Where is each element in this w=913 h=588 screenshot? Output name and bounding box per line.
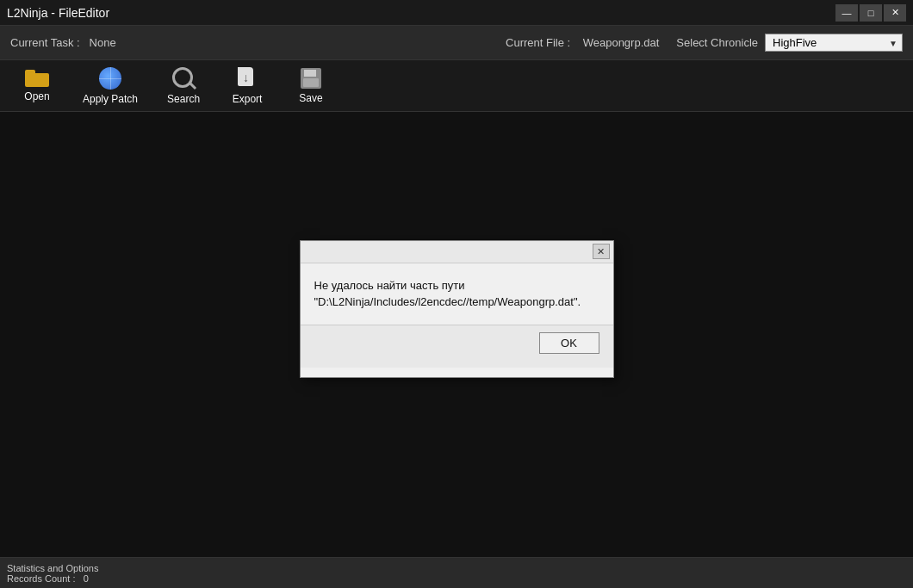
toolbar: Open Apply Patch Search Export Save [0,60,913,112]
open-button[interactable]: Open [7,65,67,108]
chronicle-wrapper: HighFive Interlude GodFire Classic [765,34,903,52]
chronicle-section: Select Chronicle HighFive Interlude GodF… [676,34,903,52]
dialog-titlebar: ✕ [301,241,613,263]
search-icon [172,67,195,90]
minimize-button[interactable]: — [835,4,858,22]
title-bar: L2Ninja - FileEditor — □ ✕ [0,0,913,26]
maximize-button[interactable]: □ [860,4,882,22]
dialog-message: Не удалось найти часть пути "D:\L2Ninja/… [314,277,599,311]
statistics-label: Statistics and Options [7,563,906,573]
open-icon [25,70,49,87]
error-dialog: ✕ Не удалось найти часть пути "D:\L2Ninj… [300,240,614,378]
export-icon [236,67,258,90]
main-content: ✕ Не удалось найти часть пути "D:\L2Ninj… [0,112,913,557]
dialog-footer: OK [301,325,613,368]
dialog-body: Не удалось найти часть пути "D:\L2Ninja/… [301,263,613,318]
info-bar: Current Task : None Current File : Weapo… [0,26,913,60]
apply-patch-button[interactable]: Apply Patch [71,62,150,110]
app-title: L2Ninja - FileEditor [7,6,109,20]
records-count: Records Count : 0 [7,573,906,584]
window-controls: — □ ✕ [835,4,906,22]
globe-icon [99,67,121,90]
current-task-label: Current Task : None [10,36,116,49]
save-button[interactable]: Save [281,63,341,109]
export-button[interactable]: Export [217,62,277,110]
modal-overlay: ✕ Не удалось найти часть пути "D:\L2Ninj… [0,112,913,557]
save-icon [301,68,321,89]
status-bar: Statistics and Options Records Count : 0 [0,557,913,588]
close-button[interactable]: ✕ [884,4,906,22]
current-file-label: Current File : Weapongrp.dat [506,36,659,49]
search-button[interactable]: Search [153,62,214,110]
chronicle-select[interactable]: HighFive Interlude GodFire Classic [765,34,903,52]
ok-button[interactable]: OK [539,332,599,354]
dialog-close-button[interactable]: ✕ [593,244,610,259]
